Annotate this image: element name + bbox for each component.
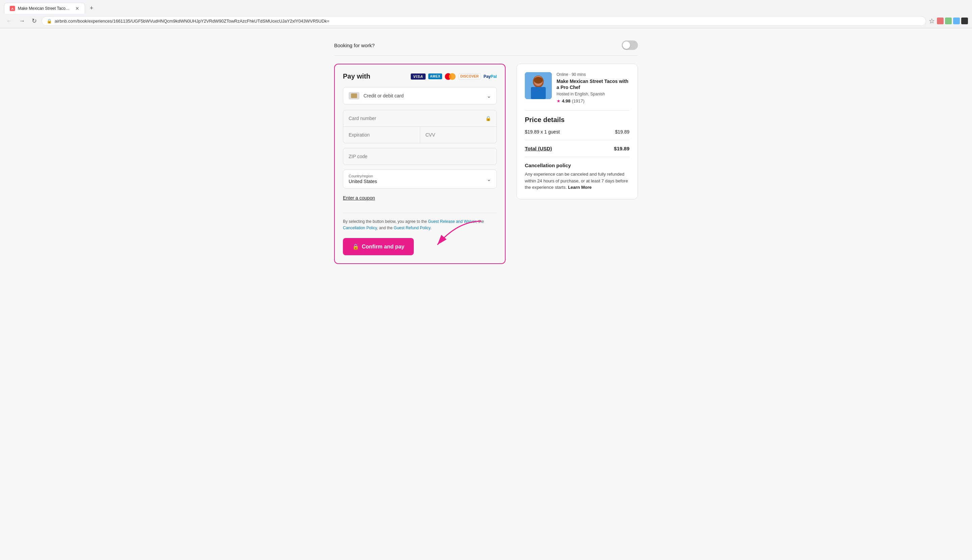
payment-logos: VISA AMEX DISCOVER PayPal	[411, 73, 497, 80]
visa-logo: VISA	[411, 73, 426, 80]
booking-work-row: Booking for work?	[334, 35, 638, 56]
svg-text:A: A	[11, 7, 13, 10]
price-details-title: Price details	[525, 116, 629, 124]
back-button[interactable]: ←	[4, 16, 14, 26]
card-number-field: 🔒	[343, 110, 497, 127]
rating-star-icon: ★	[557, 98, 560, 103]
pay-with-card: Pay with VISA AMEX DISCOVER PayPal	[334, 64, 505, 264]
profile-block-2	[945, 18, 952, 24]
tab-bar: A Make Mexican Street Tacos wi ✕ +	[0, 0, 972, 14]
profile-area	[937, 18, 968, 24]
experience-thumbnail	[525, 72, 552, 99]
cancellation-section: Cancellation policy Any experience can b…	[525, 163, 629, 191]
cancellation-title: Cancellation policy	[525, 163, 629, 168]
svg-point-7	[534, 77, 543, 83]
experience-hosted: Hosted in English, Spanish	[557, 92, 629, 97]
mc-circle-right	[449, 73, 456, 80]
coupon-link[interactable]: Enter a coupon	[343, 195, 375, 201]
rating-count: (1917)	[572, 98, 585, 103]
experience-info: Online · 90 mins Make Mexican Street Tac…	[557, 72, 629, 103]
price-line-label: $19.89 x 1 guest	[525, 129, 560, 135]
terms-text: By selecting the button below, you agree…	[343, 218, 497, 231]
expiry-cvv-row	[343, 127, 497, 143]
zip-field	[343, 148, 497, 165]
country-field[interactable]: Country/region United States ⌄	[343, 170, 497, 188]
reload-button[interactable]: ↻	[30, 16, 39, 26]
expiry-field	[343, 127, 420, 143]
country-value: United States	[349, 179, 491, 184]
cvv-field	[420, 127, 497, 143]
main-layout: Pay with VISA AMEX DISCOVER PayPal	[334, 64, 638, 264]
amex-logo: AMEX	[428, 73, 442, 79]
profile-block-4	[961, 18, 968, 24]
confirm-button-row: 🔒 Confirm and pay	[343, 238, 497, 255]
card-lock-icon: 🔒	[485, 116, 491, 121]
url-text: airbnb.com/book/experiences/1661135/UGF5…	[55, 18, 921, 23]
pay-with-title: Pay with	[343, 72, 370, 80]
cancellation-policy-link[interactable]: Cancellation Policy	[343, 225, 377, 230]
experience-rating: ★ 4.98 (1917)	[557, 98, 629, 103]
card-selector-left: Credit or debit card	[349, 92, 404, 100]
card-fields: 🔒	[343, 110, 497, 143]
expiry-input[interactable]	[349, 132, 415, 138]
terms-end: .	[430, 225, 431, 230]
cancellation-text: Any experience can be canceled and fully…	[525, 171, 629, 191]
rating-value: 4.98	[562, 98, 570, 103]
experience-image	[525, 72, 552, 99]
profile-block-1	[937, 18, 944, 24]
country-chevron-icon: ⌄	[487, 176, 491, 182]
toggle-slider	[622, 40, 638, 50]
airbnb-favicon: A	[10, 6, 15, 11]
summary-divider-2	[525, 140, 629, 140]
cvv-input[interactable]	[426, 132, 492, 138]
terms-middle-2: , and the	[377, 225, 394, 230]
profile-block-3	[953, 18, 960, 24]
zip-input[interactable]	[349, 154, 491, 159]
tab-title: Make Mexican Street Tacos wi	[18, 6, 71, 11]
right-panel: Online · 90 mins Make Mexican Street Tac…	[516, 64, 638, 199]
booking-work-toggle[interactable]	[622, 40, 638, 50]
active-tab[interactable]: A Make Mexican Street Tacos wi ✕	[4, 3, 85, 14]
learn-more-link[interactable]: Learn More	[568, 185, 592, 190]
card-number-input[interactable]	[349, 116, 483, 121]
forward-button[interactable]: →	[17, 16, 27, 26]
lock-icon: 🔒	[47, 18, 52, 23]
discover-logo: DISCOVER	[458, 73, 481, 79]
experience-title: Make Mexican Street Tacos with a Pro Che…	[557, 78, 629, 90]
bookmark-icon[interactable]: ☆	[929, 17, 935, 25]
guest-refund-link[interactable]: Guest Refund Policy	[394, 225, 431, 230]
tab-close-button[interactable]: ✕	[75, 6, 79, 11]
divider-1	[343, 213, 497, 213]
card-selector-chevron: ⌄	[487, 93, 491, 99]
pay-with-header: Pay with VISA AMEX DISCOVER PayPal	[343, 72, 497, 80]
confirm-btn-label: Confirm and pay	[362, 244, 404, 250]
page-content: Booking for work? Pay with VISA AMEX	[324, 28, 648, 277]
price-line-value: $19.89	[615, 129, 629, 135]
paypal-logo: PayPal	[483, 74, 497, 79]
browser-chrome: A Make Mexican Street Tacos wi ✕ + ← → ↻…	[0, 0, 972, 28]
lock-icon-btn: 🔒	[352, 243, 359, 250]
new-tab-button[interactable]: +	[86, 3, 97, 14]
card-selector-label: Credit or debit card	[363, 93, 404, 98]
experience-type: Online · 90 mins	[557, 72, 629, 77]
nav-actions: ☆	[929, 17, 968, 25]
guest-release-link[interactable]: Guest Release and Waiver	[428, 219, 476, 224]
terms-middle-1: , the	[476, 219, 483, 224]
svg-rect-5	[531, 87, 546, 99]
confirm-pay-button[interactable]: 🔒 Confirm and pay	[343, 238, 414, 255]
left-panel: Pay with VISA AMEX DISCOVER PayPal	[334, 64, 505, 264]
card-selector[interactable]: Credit or debit card ⌄	[343, 87, 497, 105]
mastercard-logo	[445, 73, 456, 80]
address-bar[interactable]: 🔒 airbnb.com/book/experiences/1661135/UG…	[42, 16, 926, 26]
experience-row: Online · 90 mins Make Mexican Street Tac…	[525, 72, 629, 103]
total-label: Total (USD)	[525, 146, 552, 152]
booking-work-label: Booking for work?	[334, 42, 375, 48]
terms-text-prefix: By selecting the button below, you agree…	[343, 219, 428, 224]
card-icon	[349, 92, 360, 100]
booking-summary-card: Online · 90 mins Make Mexican Street Tac…	[516, 64, 638, 199]
country-label: Country/region	[349, 174, 491, 178]
price-line-row: $19.89 x 1 guest $19.89	[525, 129, 629, 135]
total-value: $19.89	[614, 146, 629, 152]
summary-divider-1	[525, 110, 629, 111]
nav-bar: ← → ↻ 🔒 airbnb.com/book/experiences/1661…	[0, 14, 972, 28]
